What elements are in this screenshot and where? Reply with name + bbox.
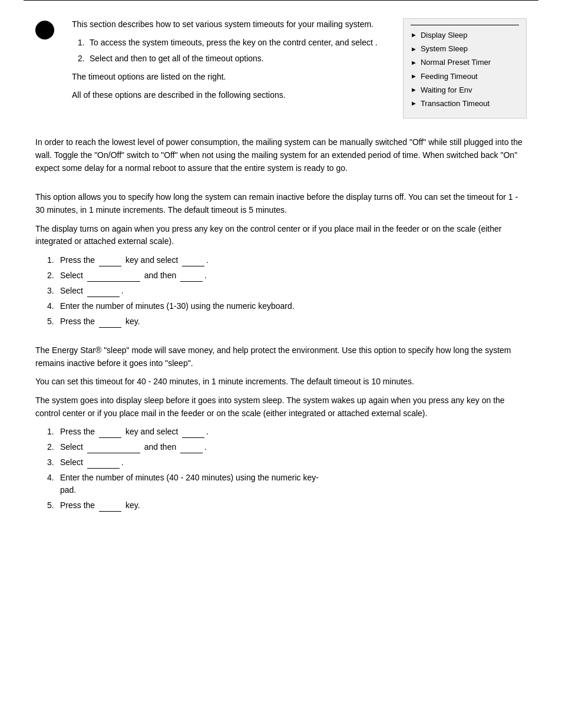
intro-description: This section describes how to set variou…	[72, 18, 385, 31]
sidebar-label-1: Display Sleep	[421, 30, 468, 41]
arrow-icon-3: ►	[411, 58, 417, 67]
sidebar-item-feeding-timeout: ► Feeding Timeout	[411, 71, 519, 82]
timeout-sidebar: ► Display Sleep ► System Sleep ► Normal …	[403, 18, 527, 118]
display-sleep-section: This option allows you to specify how lo…	[35, 191, 527, 328]
sidebar-label-3: Normal Preset Timer	[421, 57, 491, 68]
display-sleep-para2: The display turns on again when you pres…	[35, 223, 527, 248]
arrow-icon-4: ►	[411, 72, 417, 81]
system-sleep-steps: Press the key and select . Select and th…	[47, 426, 527, 512]
ds-step-3: Select .	[47, 285, 527, 297]
sidebar-label-5: Waiting for Env	[421, 85, 472, 95]
sidebar-item-waiting-for-env: ► Waiting for Env	[411, 85, 519, 95]
ss-step-3: Select .	[47, 456, 527, 469]
ds-step-4: Enter the number of minutes (1-30) using…	[47, 300, 527, 312]
system-sleep-para3: The system goes into display sleep befor…	[35, 394, 527, 420]
sidebar-rule	[411, 25, 519, 25]
system-sleep-para2: You can set this timeout for 40 - 240 mi…	[35, 375, 527, 388]
intro-step-2: Select and then to get all of the timeou…	[78, 52, 385, 65]
system-sleep-para1: The Energy Star® "sleep" mode will save …	[35, 344, 527, 370]
ss-step-2: Select and then .	[47, 441, 527, 453]
ds-step-2: Select and then .	[47, 269, 527, 282]
power-section: In order to reach the lowest level of po…	[35, 136, 527, 174]
sidebar-label-6: Transaction Timeout	[421, 98, 490, 109]
ds-step-1: Press the key and select .	[47, 254, 527, 266]
arrow-icon-5: ►	[411, 85, 417, 94]
intro-steps-list: To access the system timeouts, press the…	[78, 37, 385, 65]
sidebar-item-system-sleep: ► System Sleep	[411, 44, 519, 54]
sidebar-item-normal-preset-timer: ► Normal Preset Timer	[411, 57, 519, 68]
section-bullet	[35, 21, 54, 39]
intro-note2: All of these options are described in th…	[72, 89, 385, 101]
ss-step-5: Press the key.	[47, 499, 527, 512]
sidebar-item-transaction-timeout: ► Transaction Timeout	[411, 98, 519, 109]
ss-step-4: Enter the number of minutes (40 - 240 mi…	[47, 472, 527, 496]
power-body: In order to reach the lowest level of po…	[35, 136, 527, 174]
system-sleep-section: The Energy Star® "sleep" mode will save …	[35, 344, 527, 512]
sidebar-label-4: Feeding Timeout	[421, 71, 478, 82]
arrow-icon-2: ►	[411, 45, 417, 54]
intro-step-1: To access the system timeouts, press the…	[78, 37, 385, 49]
ds-step-5: Press the key.	[47, 315, 527, 328]
sidebar-item-display-sleep: ► Display Sleep	[411, 30, 519, 41]
arrow-icon-6: ►	[411, 99, 417, 108]
arrow-icon-1: ►	[411, 31, 417, 39]
sidebar-label-2: System Sleep	[421, 44, 468, 54]
display-sleep-para1: This option allows you to specify how lo…	[35, 191, 527, 216]
intro-text: This section describes how to set variou…	[72, 18, 385, 118]
ss-step-1: Press the key and select .	[47, 426, 527, 438]
display-sleep-steps: Press the key and select . Select and th…	[47, 254, 527, 328]
intro-note1: The timeout options are listed on the ri…	[72, 71, 385, 83]
